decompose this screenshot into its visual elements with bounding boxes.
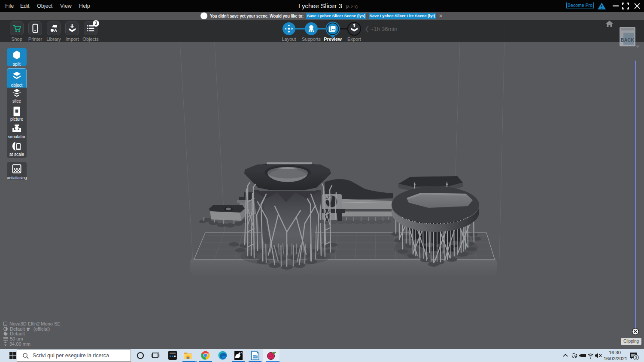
svg-text:A: A [54,28,57,33]
svg-text:6: 6 [240,351,243,355]
